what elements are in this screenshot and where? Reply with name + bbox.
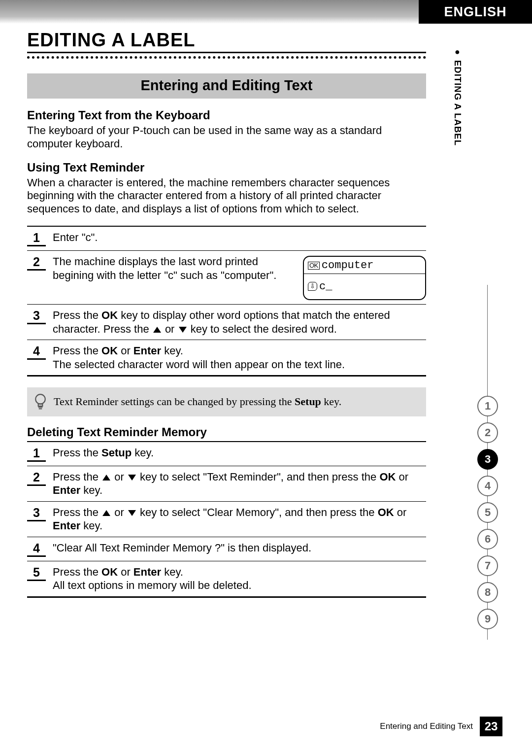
step-row: 2 The machine displays the last word pri… (27, 251, 426, 305)
step-text: Press the Setup key. (53, 445, 426, 460)
step-row: 1 Press the Setup key. (27, 442, 426, 466)
lcd-screen-illustration: OK computer ⇩ c_ (303, 256, 426, 300)
dotted-rule (27, 52, 426, 59)
chapter-tab-9[interactable]: 9 (477, 609, 498, 629)
chapter-tab-4[interactable]: 4 (477, 476, 498, 496)
step-text: Press the OK or Enter key. The selected … (53, 343, 426, 371)
return-badge-icon: ⇩ (308, 282, 317, 291)
side-tab-text: EDITING A LABEL (452, 60, 463, 146)
step-number: 3 (27, 309, 46, 324)
up-arrow-icon (102, 475, 110, 481)
chapter-nav-tabs: 123456789 (473, 285, 502, 635)
side-tab-label: ● EDITING A LABEL (452, 47, 463, 146)
step-text: The machine displays the last word print… (53, 254, 296, 282)
screen-cursor: c_ (319, 280, 332, 294)
tip-text: Text Reminder settings can be changed by… (54, 395, 341, 408)
body-text-reminder: When a character is entered, the machine… (27, 176, 426, 216)
chapter-tab-1[interactable]: 1 (477, 396, 498, 416)
up-arrow-icon (102, 510, 110, 516)
step-row: 4 Press the OK or Enter key. The selecte… (27, 340, 426, 375)
svg-point-0 (35, 394, 45, 404)
down-arrow-icon (128, 475, 136, 481)
step-number: 3 (27, 506, 46, 521)
footer-section-title: Entering and Editing Text (380, 722, 473, 731)
lightbulb-icon (34, 393, 47, 411)
subheading-deleting-memory: Deleting Text Reminder Memory (27, 425, 426, 439)
step-number: 2 (27, 470, 46, 486)
page-content: EDITING A LABEL Entering and Editing Tex… (27, 30, 426, 609)
step-number: 4 (27, 344, 46, 360)
body-entering-text: The keyboard of your P-touch can be used… (27, 124, 426, 151)
side-tab-bullet: ● (455, 47, 461, 57)
step-row: 5 Press the OK or Enter key. All text op… (27, 561, 426, 596)
down-arrow-icon (128, 510, 136, 516)
language-header: ENGLISH (419, 0, 532, 24)
chapter-tab-3[interactable]: 3 (477, 449, 498, 470)
step-text: Press the or key to select "Text Reminde… (53, 469, 426, 497)
step-number: 5 (27, 565, 46, 581)
up-arrow-icon (153, 327, 161, 333)
down-arrow-icon (179, 327, 187, 333)
step-text: Press the OK or Enter key. All text opti… (53, 564, 426, 592)
step-text: Press the OK key to display other word o… (53, 308, 426, 336)
step-row: 3 Press the OK key to display other word… (27, 305, 426, 340)
section-banner: Entering and Editing Text (27, 73, 426, 99)
ok-badge-icon: OK (308, 262, 320, 270)
chapter-tab-2[interactable]: 2 (477, 422, 498, 443)
chapter-tab-7[interactable]: 7 (477, 555, 498, 576)
step-row: 1 Enter "c". (27, 227, 426, 251)
step-number: 1 (27, 231, 46, 246)
step-row: 2 Press the or key to select "Text Remin… (27, 466, 426, 502)
steps-deleting-memory: 1 Press the Setup key. 2 Press the or ke… (27, 441, 426, 598)
page-number: 23 (480, 717, 502, 736)
screen-word: computer (322, 259, 374, 273)
subheading-text-reminder: Using Text Reminder (27, 161, 426, 174)
chapter-title: EDITING A LABEL (27, 30, 426, 53)
chapter-tab-5[interactable]: 5 (477, 502, 498, 523)
step-text: "Clear All Text Reminder Memory ?" is th… (53, 540, 426, 555)
tip-note-box: Text Reminder settings can be changed by… (27, 387, 426, 416)
page-footer: Entering and Editing Text 23 (380, 717, 502, 736)
step-number: 4 (27, 541, 46, 557)
step-text: Press the or key to select "Clear Memory… (53, 505, 426, 533)
steps-using-text-reminder: 1 Enter "c". 2 The machine displays the … (27, 226, 426, 377)
step-text: Enter "c". (53, 230, 426, 244)
step-number: 2 (27, 255, 46, 271)
step-number: 1 (27, 446, 46, 462)
step-row: 4 "Clear All Text Reminder Memory ?" is … (27, 537, 426, 561)
chapter-tab-8[interactable]: 8 (477, 582, 498, 603)
chapter-tab-6[interactable]: 6 (477, 529, 498, 550)
svg-rect-1 (38, 404, 43, 406)
subheading-entering-text: Entering Text from the Keyboard (27, 108, 426, 122)
step-row: 3 Press the or key to select "Clear Memo… (27, 502, 426, 537)
